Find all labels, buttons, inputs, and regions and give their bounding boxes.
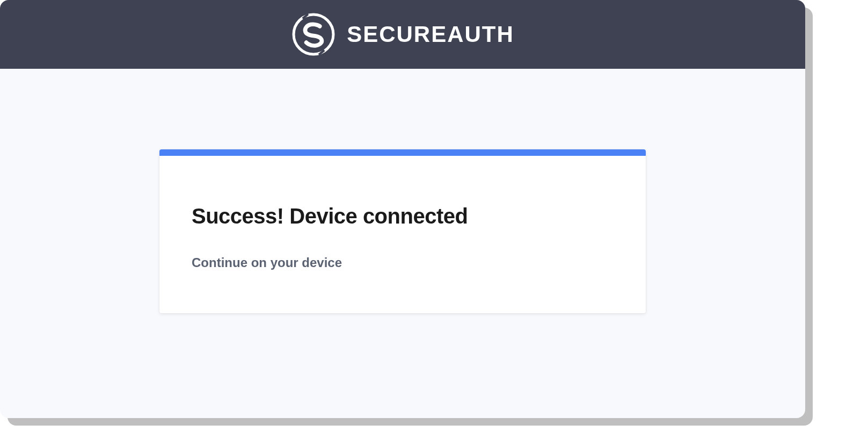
card-accent-bar xyxy=(159,149,646,156)
brand-name: SECUREAUTH xyxy=(347,21,514,47)
status-title: Success! Device connected xyxy=(192,204,614,228)
status-subtitle: Continue on your device xyxy=(192,255,614,270)
app-window: SECUREAUTH Success! Device connected Con… xyxy=(0,0,805,418)
card-body: Success! Device connected Continue on yo… xyxy=(159,156,646,313)
secureauth-logo-icon xyxy=(291,12,336,57)
header-bar: SECUREAUTH xyxy=(0,0,805,69)
content-area: Success! Device connected Continue on yo… xyxy=(0,69,805,418)
status-card: Success! Device connected Continue on yo… xyxy=(159,149,646,313)
